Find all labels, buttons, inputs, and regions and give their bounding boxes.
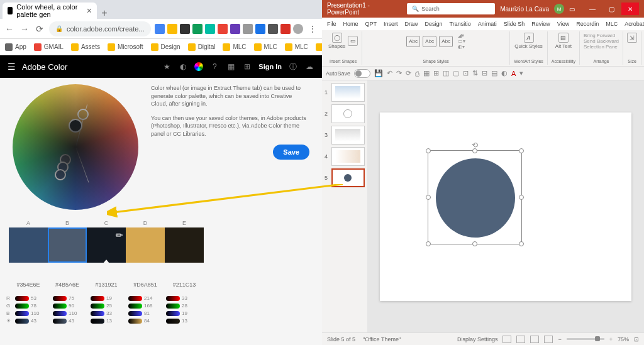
maximize-button[interactable]: ▢	[602, 3, 620, 15]
color-swatch[interactable]	[165, 227, 204, 263]
color-picker-point[interactable]	[77, 109, 89, 120]
style-preset[interactable]: Abc	[439, 36, 453, 47]
undo-icon[interactable]: ↶	[387, 69, 392, 77]
extension-icon[interactable]	[268, 24, 278, 34]
back-button[interactable]: ←	[4, 23, 15, 35]
slide-thumb[interactable]: 4	[325, 147, 365, 166]
extension-icon[interactable]	[255, 24, 265, 34]
extension-icon[interactable]	[205, 24, 215, 34]
tab-review[interactable]: Review	[529, 19, 553, 28]
qat-icon[interactable]: ⊟	[482, 69, 487, 77]
style-preset[interactable]: Abc	[406, 36, 420, 47]
bookmark-folder[interactable]: Digital	[188, 43, 216, 51]
tab-qpt[interactable]: QPT	[363, 19, 380, 28]
alt-text-button[interactable]: ▤ Alt Text	[555, 33, 572, 49]
info-icon[interactable]: ⓘ	[288, 62, 298, 72]
zoom-level[interactable]: 75%	[618, 336, 629, 342]
resize-handle[interactable]	[426, 241, 431, 246]
normal-view-icon[interactable]	[502, 336, 511, 343]
slide-thumb-active[interactable]: 5	[325, 168, 365, 187]
tab-view[interactable]: View	[555, 19, 572, 28]
qat-icon[interactable]: ⊡	[463, 69, 469, 77]
qat-icon[interactable]: ◫	[443, 69, 449, 77]
user-avatar[interactable]: M	[554, 4, 564, 14]
fit-to-window-icon[interactable]: ⊡	[634, 336, 639, 342]
shape-effects-button[interactable]: ◐▾	[458, 44, 465, 50]
tab-acrobat[interactable]: Acrobat	[622, 19, 644, 28]
color-wheel[interactable]	[13, 84, 138, 210]
resize-handle[interactable]	[472, 148, 477, 153]
zoom-in-button[interactable]: +	[609, 336, 613, 342]
tab-transitions[interactable]: Transitio	[447, 19, 474, 28]
help-icon[interactable]: ?	[209, 62, 219, 72]
tab-design[interactable]: Design	[423, 19, 445, 28]
menu-button[interactable]: ⋮	[307, 23, 318, 35]
color-picker-point[interactable]	[69, 119, 82, 133]
tab-home[interactable]: Home	[341, 19, 361, 28]
slide-counter[interactable]: Slide 5 of 5	[327, 336, 355, 342]
extension-icon[interactable]	[218, 24, 228, 34]
menu-icon[interactable]: ☰	[8, 62, 16, 72]
extension-icon[interactable]	[280, 24, 291, 34]
qat-icon[interactable]: ▦	[423, 69, 430, 77]
save-icon[interactable]: 💾	[374, 69, 383, 77]
ribbon-options-icon[interactable]: ▭	[569, 6, 575, 13]
bring-forward-button[interactable]: Bring Forward	[584, 33, 619, 38]
tab-slideshow[interactable]: Slide Sh	[501, 19, 528, 28]
circle-shape[interactable]	[436, 158, 515, 238]
qat-icon[interactable]: ⟳	[406, 69, 411, 77]
send-backward-button[interactable]: Send Backward	[584, 38, 619, 44]
slideshow-view-icon[interactable]	[544, 336, 553, 343]
extension-icon[interactable]	[230, 24, 240, 34]
slide-canvas[interactable]: ⟲	[367, 80, 644, 332]
extension-icon[interactable]	[192, 24, 203, 34]
browser-tab[interactable]: Color wheel, a color palette gen ×	[3, 3, 97, 19]
apps-button[interactable]: App	[5, 43, 26, 51]
resize-handle[interactable]	[426, 148, 431, 153]
color-swatch[interactable]	[48, 227, 87, 263]
tab-animations[interactable]: Animati	[475, 19, 499, 28]
minimize-button[interactable]: —	[584, 3, 601, 15]
resize-handle[interactable]	[519, 195, 524, 200]
bookmark-folder[interactable]: Assets	[71, 43, 100, 51]
selection-pane-button[interactable]: Selection Pane	[584, 44, 619, 50]
shapes-gallery-button[interactable]: ◯ Shapes	[328, 33, 345, 49]
color-picker-point[interactable]	[60, 154, 71, 165]
bookmark-folder[interactable]: MLC	[285, 43, 308, 51]
sorter-view-icon[interactable]	[516, 336, 525, 343]
hex-value[interactable]: #211C13	[165, 282, 204, 288]
avatar-icon[interactable]	[293, 24, 303, 34]
qat-icon[interactable]: ⇅	[472, 69, 478, 77]
sign-in-button[interactable]: Sign In	[258, 63, 282, 70]
color-swatch[interactable]: ✎	[87, 227, 126, 263]
qat-icon[interactable]: ◐	[501, 69, 508, 77]
extension-icon[interactable]	[155, 24, 165, 34]
style-preset[interactable]: Abc	[423, 36, 436, 47]
tab-recording[interactable]: Recordin	[574, 19, 601, 28]
reload-button[interactable]: ⟳	[34, 23, 45, 35]
hex-value[interactable]: #131921	[87, 282, 126, 288]
resize-handle[interactable]	[519, 148, 524, 153]
close-button[interactable]: ✕	[621, 3, 639, 15]
qat-icon[interactable]: ⊞	[433, 69, 439, 77]
shape-selection-box[interactable]: ⟲	[428, 150, 522, 244]
qat-font-color-icon[interactable]: A	[511, 70, 516, 77]
slide-thumb[interactable]: 3	[325, 126, 365, 145]
extension-icon[interactable]	[180, 24, 190, 34]
cloud-icon[interactable]: ☁	[304, 62, 314, 72]
grid-icon[interactable]: ▦	[226, 62, 236, 72]
qat-customize-icon[interactable]: ▾	[519, 69, 523, 77]
quick-styles-button[interactable]: A Quick Styles	[514, 33, 542, 49]
resize-handle[interactable]	[519, 241, 524, 246]
extension-icon[interactable]	[243, 24, 253, 34]
color-swatch[interactable]	[126, 227, 165, 263]
qat-icon[interactable]: ⎙	[415, 70, 419, 77]
resize-handle[interactable]	[472, 241, 477, 246]
moon-icon[interactable]: ◐	[178, 62, 188, 72]
hex-value[interactable]: #4B5A6E	[48, 282, 87, 288]
address-bar[interactable]: 🔒 color.adobe.com/create...	[49, 21, 151, 36]
slide-thumb[interactable]: 2	[325, 104, 365, 123]
eyedropper-icon[interactable]: ✎	[113, 229, 126, 241]
slide-thumb[interactable]: 1	[325, 83, 365, 102]
color-picker-point[interactable]	[55, 169, 66, 180]
